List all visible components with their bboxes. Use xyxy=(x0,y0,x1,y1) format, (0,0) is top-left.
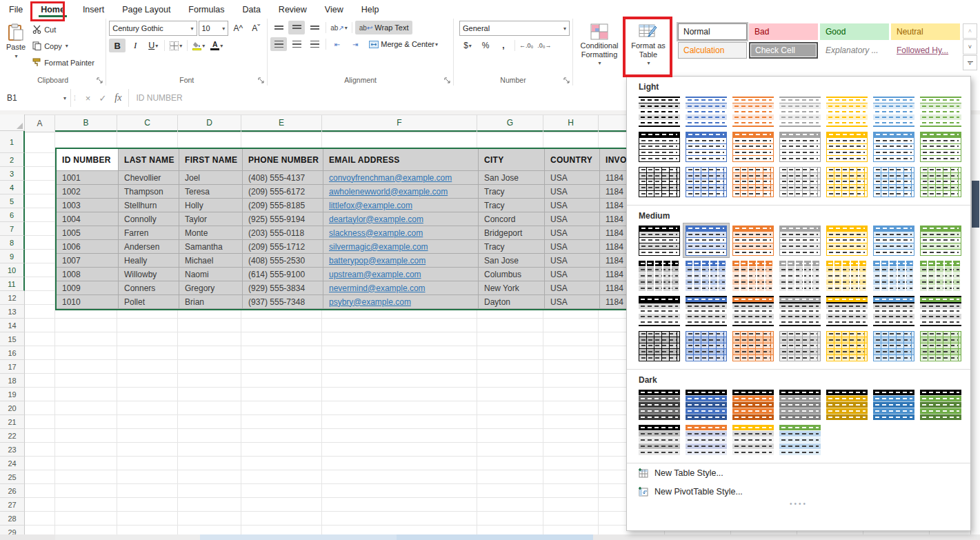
table-style-swatch-dark-d2-dark-9[interactable] xyxy=(683,422,730,457)
row-header-11[interactable]: 11 xyxy=(0,277,25,291)
table-style-swatch-light-l3-black[interactable] xyxy=(636,164,683,199)
cell-style-good[interactable]: Good xyxy=(820,23,889,40)
table-cell[interactable]: 1005 xyxy=(57,226,119,240)
table-cell[interactable]: USA xyxy=(545,185,600,199)
table-cell[interactable]: San Jose xyxy=(479,171,545,185)
conditional-formatting-button[interactable]: Conditional Formatting ▾ xyxy=(576,21,623,74)
number-format-select[interactable]: General▾ xyxy=(459,21,570,36)
table-cell[interactable]: convoyfrenchman@example.com xyxy=(323,171,479,185)
table-style-swatch-light-l2-black[interactable] xyxy=(636,129,683,164)
table-cell[interactable]: Samantha xyxy=(179,240,243,254)
row-header-1[interactable]: 1 xyxy=(0,131,25,153)
column-header-F[interactable]: F xyxy=(322,115,477,132)
select-all-button[interactable] xyxy=(0,114,25,131)
row-header-5[interactable]: 5 xyxy=(0,194,25,208)
new-table-style-item[interactable]: New Table Style... xyxy=(627,463,970,482)
tab-review[interactable]: Review xyxy=(270,0,316,19)
fill-color-button[interactable]: ▾ xyxy=(190,39,207,52)
sheet-tab-strip[interactable] xyxy=(0,534,980,540)
table-style-swatch-light-l1-blue[interactable] xyxy=(683,94,730,129)
column-header-B[interactable]: B xyxy=(55,115,117,132)
table-style-swatch-light-l3-lightblue[interactable] xyxy=(870,164,917,199)
row-header-16[interactable]: 16 xyxy=(0,346,25,360)
paste-chevron-icon[interactable]: ▾ xyxy=(15,53,18,59)
table-style-swatch-dark-d1-dark-lightblue[interactable] xyxy=(870,387,917,422)
table-cell[interactable]: Stellhurn xyxy=(119,199,179,212)
table-cell[interactable]: Columbus xyxy=(479,268,545,281)
table-cell[interactable]: USA xyxy=(545,226,600,240)
table-cell[interactable]: littlefox@example.com xyxy=(323,199,479,212)
row-header-10[interactable]: 10 xyxy=(0,263,25,277)
table-cell[interactable]: Naomi xyxy=(179,268,243,281)
cell-style-followed-hy[interactable]: Followed Hy... xyxy=(891,42,960,59)
table-style-swatch-dark-d1-dark-orange[interactable] xyxy=(730,387,777,422)
vertical-scrollbar-thumb[interactable] xyxy=(972,181,979,228)
table-style-swatch-dark-d1-dark-gold[interactable] xyxy=(823,387,870,422)
cell-style-normal[interactable]: Normal xyxy=(678,23,747,40)
tab-formulas[interactable]: Formulas xyxy=(179,0,233,19)
table-header-cell[interactable]: EMAIL ADDRESS xyxy=(323,149,479,171)
merge-center-button[interactable]: Merge & Center ▾ xyxy=(365,37,442,51)
row-header-25[interactable]: 25 xyxy=(0,470,25,484)
font-size-select[interactable]: 10▾ xyxy=(199,21,229,36)
table-style-swatch-medium-m4-gold[interactable] xyxy=(823,328,870,363)
table-style-swatch-medium-m1-green[interactable] xyxy=(917,223,964,258)
table-style-swatch-medium-m4-lightblue[interactable] xyxy=(870,328,917,363)
table-cell[interactable]: batterypop@example.com xyxy=(323,254,479,268)
table-style-swatch-medium-m3-gold[interactable] xyxy=(823,293,870,328)
column-header-D[interactable]: D xyxy=(178,115,241,132)
row-header-6[interactable]: 6 xyxy=(0,208,25,222)
table-cell[interactable]: USA xyxy=(545,268,600,281)
table-cell[interactable]: upstream@example.com xyxy=(323,268,479,281)
row-header-3[interactable]: 3 xyxy=(0,167,25,181)
table-style-swatch-medium-m2-orange[interactable] xyxy=(730,258,777,293)
table-cell[interactable]: Tracy xyxy=(479,240,545,254)
table-cell[interactable]: silvermagic@example.com xyxy=(323,240,479,254)
table-style-swatch-medium-m2-green[interactable] xyxy=(917,258,964,293)
name-box[interactable]: B1 ▾ xyxy=(0,89,71,107)
table-style-swatch-light-l2-lightblue[interactable] xyxy=(870,129,917,164)
borders-chevron-icon[interactable]: ▾ xyxy=(179,43,182,49)
table-cell[interactable]: Pollet xyxy=(119,295,179,309)
table-cell[interactable]: 1009 xyxy=(57,281,119,295)
table-style-swatch-medium-m2-blue[interactable] xyxy=(683,258,730,293)
copy-chevron-icon[interactable]: ▾ xyxy=(66,43,68,49)
table-cell[interactable]: USA xyxy=(545,212,600,226)
font-dialog-launcher-icon[interactable] xyxy=(258,77,265,84)
table-cell[interactable]: Holly xyxy=(179,199,243,212)
vertical-scrollbar[interactable] xyxy=(970,114,980,534)
increase-indent-button[interactable]: ⇥ xyxy=(347,37,363,51)
table-style-swatch-medium-m3-orange[interactable] xyxy=(730,293,777,328)
table-cell[interactable]: awholenewworld@example.com xyxy=(323,185,479,199)
number-dialog-launcher-icon[interactable] xyxy=(563,77,570,84)
row-header-22[interactable]: 22 xyxy=(0,429,25,443)
table-cell[interactable]: 1004 xyxy=(57,212,119,226)
enter-button[interactable]: ✓ xyxy=(99,93,106,103)
email-link[interactable]: upstream@example.com xyxy=(329,270,421,279)
table-style-swatch-dark-d1-dark-blue[interactable] xyxy=(683,387,730,422)
table-cell[interactable]: Monte xyxy=(179,226,243,240)
tab-help[interactable]: Help xyxy=(352,0,388,19)
table-style-swatch-medium-m1-gray[interactable] xyxy=(777,223,823,258)
table-cell[interactable]: (408) 555-2530 xyxy=(243,254,323,268)
table-cell[interactable]: Andersen xyxy=(119,240,179,254)
table-style-swatch-medium-m4-black[interactable] xyxy=(636,328,683,363)
table-style-swatch-light-l2-gold[interactable] xyxy=(823,129,870,164)
table-style-swatch-light-l3-blue[interactable] xyxy=(683,164,730,199)
table-cell[interactable]: USA xyxy=(545,281,600,295)
table-cell[interactable]: Teresa xyxy=(179,185,243,199)
table-style-swatch-medium-m1-orange[interactable] xyxy=(730,223,777,258)
table-cell[interactable]: Michael xyxy=(179,254,243,268)
table-style-swatch-medium-m1-lightblue[interactable] xyxy=(870,223,917,258)
table-style-swatch-medium-m3-blue[interactable] xyxy=(683,293,730,328)
sheet-tab-segment[interactable] xyxy=(55,534,200,540)
table-style-swatch-medium-m2-lightblue[interactable] xyxy=(870,258,917,293)
table-cell[interactable]: (925) 555-9194 xyxy=(243,212,323,226)
clipboard-dialog-launcher-icon[interactable] xyxy=(97,77,103,84)
new-pivottable-style-item[interactable]: New PivotTable Style... xyxy=(627,482,970,501)
format-painter-button[interactable]: Format Painter xyxy=(30,55,97,70)
table-cell[interactable]: Tracy xyxy=(479,199,545,212)
table-header-cell[interactable]: FIRST NAME xyxy=(179,149,243,171)
table-header-cell[interactable]: LAST NAME xyxy=(119,149,179,171)
gallery-scroll-up-button[interactable]: ˄ xyxy=(963,23,977,39)
